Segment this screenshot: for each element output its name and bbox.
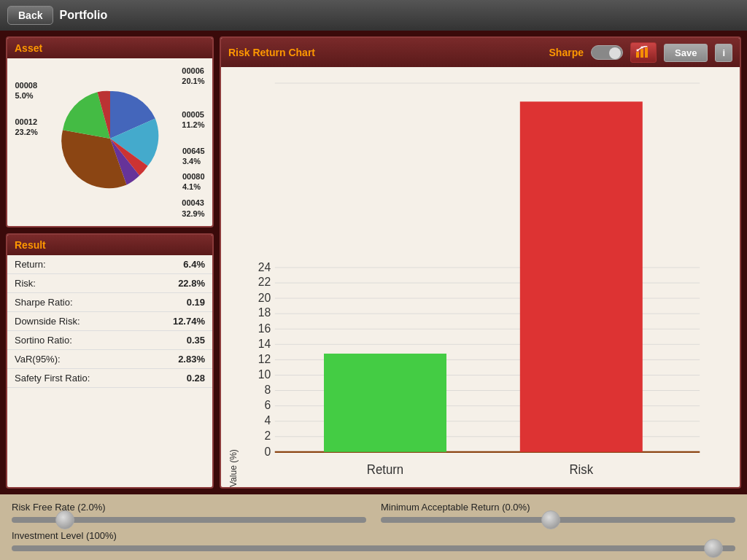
svg-text:6: 6 — [264, 397, 271, 411]
min-return-track[interactable] — [381, 517, 735, 523]
bar-chart-svg: 0 2 4 6 8 10 12 14 16 18 20 22 24 — [242, 74, 732, 487]
risk-free-rate-thumb[interactable] — [55, 510, 74, 529]
svg-text:2: 2 — [264, 428, 271, 442]
investment-level-label: Investment Level (100%) — [12, 530, 735, 541]
risk-free-rate-track[interactable] — [12, 517, 366, 523]
result-panel-header: Result — [7, 235, 212, 255]
result-value: 0.19 — [142, 293, 212, 312]
result-value: 22.8% — [142, 274, 212, 293]
svg-text:20: 20 — [258, 290, 271, 304]
svg-text:Risk: Risk — [569, 462, 593, 477]
header: Back Portfolio — [0, 0, 747, 31]
pie-area: 0000620.1% 0000511.2% 006453.4% 000804.1… — [7, 58, 212, 226]
save-button[interactable]: Save — [664, 44, 708, 62]
min-return-label: Minimum Acceptable Return (0.0%) — [381, 502, 735, 513]
risk-free-rate-group: Risk Free Rate (2.0%) — [12, 502, 366, 523]
chart-area: Value (%) — [221, 67, 740, 487]
svg-text:14: 14 — [258, 336, 271, 350]
result-table-row: Safety First Ratio:0.28 — [7, 369, 212, 388]
investment-level-thumb[interactable] — [704, 539, 723, 558]
svg-text:0: 0 — [264, 444, 271, 458]
min-return-group: Minimum Acceptable Return (0.0%) — [381, 502, 735, 523]
pie-label-00005: 0000511.2% — [182, 109, 204, 131]
right-panel-header: Risk Return Chart Sharpe Save i — [221, 38, 740, 67]
back-button[interactable]: Back — [7, 6, 53, 25]
toggle-knob — [609, 47, 621, 59]
min-return-thumb[interactable] — [541, 510, 560, 529]
chart-title: Risk Return Chart — [228, 47, 542, 58]
svg-rect-1 — [640, 49, 643, 58]
return-bar — [324, 354, 446, 452]
result-table: Return:6.4%Risk:22.8%Sharpe Ratio:0.19Do… — [7, 255, 212, 388]
page-title: Portfolio — [59, 9, 107, 22]
svg-text:24: 24 — [258, 260, 271, 273]
asset-panel: Asset — [6, 36, 214, 228]
svg-text:18: 18 — [258, 306, 271, 319]
pie-chart — [59, 88, 161, 190]
result-table-row: Sortino Ratio:0.35 — [7, 331, 212, 350]
result-value: 2.83% — [142, 350, 212, 369]
risk-bar — [520, 101, 643, 451]
result-label: Return: — [7, 255, 142, 274]
chart-icon-button[interactable] — [630, 42, 657, 63]
result-value: 0.35 — [142, 331, 212, 350]
sharpe-label: Sharpe — [549, 47, 584, 58]
result-table-row: Return:6.4% — [7, 255, 212, 274]
result-value: 0.28 — [142, 369, 212, 388]
result-value: 6.4% — [142, 255, 212, 274]
chart-inner: 0 2 4 6 8 10 12 14 16 18 20 22 24 — [242, 74, 732, 487]
svg-text:22: 22 — [258, 275, 271, 289]
asset-panel-header: Asset — [7, 38, 212, 58]
result-label: Sortino Ratio: — [7, 331, 142, 350]
svg-text:12: 12 — [258, 352, 271, 366]
result-value: 12.74% — [142, 312, 212, 331]
svg-text:16: 16 — [258, 322, 271, 335]
investment-level-group: Investment Level (100%) — [12, 530, 735, 551]
svg-text:4: 4 — [264, 413, 271, 427]
bottom-controls: Risk Free Rate (2.0%) Minimum Acceptable… — [0, 494, 747, 560]
result-table-row: VaR(95%):2.83% — [7, 350, 212, 369]
result-table-row: Sharpe Ratio:0.19 — [7, 293, 212, 312]
result-table-row: Downside Risk:12.74% — [7, 312, 212, 331]
result-panel: Result Return:6.4%Risk:22.8%Sharpe Ratio… — [6, 233, 214, 489]
svg-rect-2 — [645, 47, 648, 58]
main-area: Asset — [0, 31, 747, 494]
left-panel: Asset — [6, 36, 214, 489]
investment-level-track[interactable] — [12, 545, 735, 551]
svg-text:10: 10 — [258, 367, 271, 381]
sharpe-toggle[interactable] — [591, 45, 623, 60]
svg-text:Return: Return — [367, 462, 403, 477]
result-label: Safety First Ratio: — [7, 369, 142, 388]
pie-label-00043: 0004332.9% — [182, 198, 204, 219]
result-label: Sharpe Ratio: — [7, 293, 142, 312]
pie-label-00645: 006453.4% — [182, 146, 205, 167]
pie-label-00080: 000804.1% — [182, 171, 205, 192]
svg-text:8: 8 — [264, 383, 271, 397]
pie-label-00008: 000085.0% — [15, 80, 38, 101]
svg-rect-0 — [636, 52, 639, 58]
result-label: VaR(95%): — [7, 350, 142, 369]
pie-label-00006: 0000620.1% — [182, 66, 204, 87]
pie-label-00012: 0001223.2% — [15, 117, 38, 138]
result-table-row: Risk:22.8% — [7, 274, 212, 293]
right-panel: Risk Return Chart Sharpe Save i — [220, 36, 741, 489]
result-label: Downside Risk: — [7, 312, 142, 331]
sliders-row: Risk Free Rate (2.0%) Minimum Acceptable… — [12, 502, 735, 523]
info-button[interactable]: i — [715, 44, 732, 62]
y-axis-label: Value (%) — [228, 74, 239, 487]
chart-icon — [635, 46, 651, 59]
result-label: Risk: — [7, 274, 142, 293]
